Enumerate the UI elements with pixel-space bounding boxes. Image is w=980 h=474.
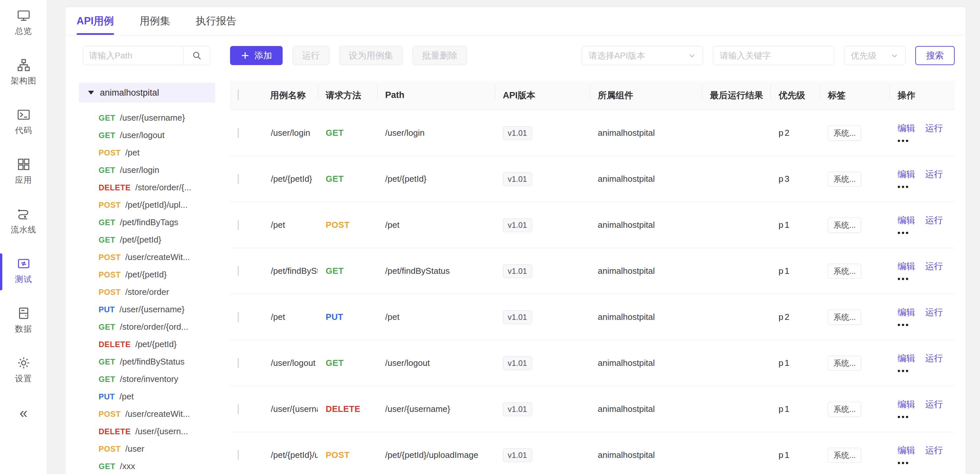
- search-button[interactable]: 搜索: [915, 46, 955, 65]
- case-name: /pet: [263, 312, 318, 322]
- tree-endpoint-item[interactable]: DELETE /user/{usern...: [79, 423, 215, 440]
- more-actions-icon[interactable]: •••: [897, 229, 955, 236]
- api-version-badge: v1.01: [503, 449, 532, 462]
- more-actions-icon[interactable]: •••: [897, 183, 955, 190]
- run-link[interactable]: 运行: [925, 260, 943, 272]
- tree-endpoint-item[interactable]: POST /user: [79, 440, 215, 458]
- http-method-label: POST: [99, 288, 121, 297]
- sidebar-item-settings[interactable]: 设置: [0, 355, 47, 385]
- more-actions-icon[interactable]: •••: [897, 367, 955, 374]
- row-checkbox[interactable]: [238, 312, 239, 322]
- priority-select[interactable]: 优先级: [844, 46, 905, 65]
- tree-endpoint-item[interactable]: GET /store/inventory: [79, 371, 215, 388]
- set-suite-button[interactable]: 设为用例集: [339, 46, 402, 65]
- tree-endpoint-item[interactable]: POST /user/createWit...: [79, 248, 215, 266]
- case-name: /user/{userna...: [263, 404, 318, 414]
- tree-endpoint-item[interactable]: GET /pet/findByStatus: [79, 353, 215, 371]
- run-link[interactable]: 运行: [925, 214, 943, 226]
- edit-link[interactable]: 编辑: [897, 398, 915, 410]
- monitor-icon: [17, 8, 30, 22]
- edit-link[interactable]: 编辑: [897, 306, 915, 318]
- tree-endpoint-item[interactable]: DELETE /pet/{petId}: [79, 336, 215, 353]
- more-actions-icon[interactable]: •••: [897, 460, 955, 466]
- tree-endpoint-item[interactable]: POST /pet/{petId}: [79, 266, 215, 283]
- row-checkbox[interactable]: [238, 174, 239, 184]
- sidebar-item-data[interactable]: 数据: [0, 305, 47, 336]
- path-search-input[interactable]: [83, 46, 183, 65]
- endpoint-path: /store/inventory: [120, 374, 178, 384]
- more-actions-icon[interactable]: •••: [897, 414, 955, 420]
- edit-link[interactable]: 编辑: [897, 168, 915, 180]
- row-checkbox[interactable]: [238, 358, 239, 368]
- sidebar-item-overview[interactable]: 总览: [0, 7, 47, 38]
- tree-endpoint-item[interactable]: GET /xxx: [79, 458, 215, 474]
- run-link[interactable]: 运行: [925, 398, 943, 410]
- path-search-button[interactable]: [183, 46, 210, 65]
- table-row: /pet/{petId} GET /pet/{petId} v1.01 anim…: [230, 156, 955, 202]
- case-name: /pet/findBySt...: [263, 266, 318, 276]
- tree-endpoint-item[interactable]: PUT /user/{username}: [79, 301, 215, 318]
- row-checkbox[interactable]: [238, 128, 239, 138]
- edit-link[interactable]: 编辑: [897, 352, 915, 364]
- endpoint-path: /pet/{petId}: [125, 270, 167, 280]
- tree-endpoint-item[interactable]: GET /user/logout: [79, 127, 215, 144]
- collapse-sidebar-icon[interactable]: «: [19, 406, 27, 420]
- edit-link[interactable]: 编辑: [897, 260, 915, 272]
- row-checkbox[interactable]: [238, 266, 239, 276]
- run-link[interactable]: 运行: [925, 122, 943, 134]
- sidebar-item-code[interactable]: 代码: [0, 107, 47, 137]
- tree-endpoint-item[interactable]: GET /pet/findByTags: [79, 214, 215, 231]
- tree-endpoint-item[interactable]: POST /store/order: [79, 283, 215, 301]
- sidebar-item-test[interactable]: 测试: [0, 255, 47, 286]
- tab-case-suites[interactable]: 用例集: [140, 7, 170, 35]
- table-row: /pet/{petId}/u... POST /pet/{petId}/uplo…: [230, 432, 955, 474]
- tree-endpoint-item[interactable]: GET /pet/{petId}: [79, 231, 215, 248]
- tab-run-reports[interactable]: 执行报告: [196, 7, 237, 35]
- tree-endpoint-item[interactable]: POST /pet/{petId}/upl...: [79, 196, 215, 214]
- endpoint-path: /user: [125, 444, 144, 454]
- run-link[interactable]: 运行: [925, 168, 943, 180]
- row-checkbox[interactable]: [238, 450, 239, 460]
- keyword-input[interactable]: [713, 46, 834, 65]
- edit-link[interactable]: 编辑: [897, 122, 915, 134]
- http-method-label: POST: [99, 148, 121, 157]
- tree-endpoint-item[interactable]: GET /user/{username}: [79, 109, 215, 127]
- http-method-label: POST: [326, 450, 350, 460]
- run-button[interactable]: 运行: [293, 46, 329, 65]
- tag-badge: 系统...: [828, 310, 861, 325]
- api-version-select[interactable]: 请选择API版本: [582, 46, 703, 65]
- tree-endpoint-item[interactable]: POST /pet: [79, 144, 215, 161]
- sidebar-item-pipeline[interactable]: 流水线: [0, 206, 47, 236]
- sidebar-item-label: 架构图: [11, 75, 37, 86]
- select-all-checkbox[interactable]: [238, 89, 239, 100]
- batch-delete-button[interactable]: 批量删除: [412, 46, 467, 65]
- endpoint-path: /store/order/{...: [135, 183, 192, 192]
- tree-root-service[interactable]: animalhostpital: [79, 83, 215, 103]
- table-header: 用例名称 请求方法 Path API版本 所属组件 最后运行结果 优先级 标签 …: [230, 81, 955, 110]
- run-link[interactable]: 运行: [925, 306, 943, 318]
- add-button[interactable]: 添加: [230, 46, 283, 65]
- tree-endpoint-item[interactable]: PUT /pet: [79, 388, 215, 405]
- tree-endpoint-item[interactable]: DELETE /store/order/{...: [79, 179, 215, 196]
- row-actions: 编辑 运行 •••: [889, 260, 955, 282]
- sidebar-item-architecture[interactable]: 架构图: [0, 57, 47, 87]
- row-actions: 编辑 运行 •••: [889, 444, 955, 466]
- edit-link[interactable]: 编辑: [897, 214, 915, 226]
- run-link[interactable]: 运行: [925, 352, 943, 364]
- tree-endpoint-item[interactable]: GET /user/login: [79, 161, 215, 179]
- more-actions-icon[interactable]: •••: [897, 137, 955, 144]
- run-link[interactable]: 运行: [925, 444, 943, 456]
- more-actions-icon[interactable]: •••: [897, 275, 955, 282]
- tree-endpoint-item[interactable]: GET /store/order/{ord...: [79, 318, 215, 336]
- tree-endpoint-item[interactable]: POST /user/createWit...: [79, 405, 215, 423]
- sidebar-item-label: 数据: [15, 323, 32, 334]
- edit-link[interactable]: 编辑: [897, 444, 915, 456]
- search-icon: [192, 51, 202, 60]
- more-actions-icon[interactable]: •••: [897, 321, 955, 328]
- tab-bar: API用例 用例集 执行报告: [66, 7, 966, 35]
- row-checkbox[interactable]: [238, 404, 239, 414]
- tab-api-cases[interactable]: API用例: [76, 7, 114, 35]
- row-checkbox[interactable]: [238, 220, 239, 230]
- toolbar: 添加 运行 设为用例集 批量删除 请选择API版本 优先级: [230, 46, 955, 65]
- sidebar-item-apps[interactable]: 应用: [0, 156, 47, 187]
